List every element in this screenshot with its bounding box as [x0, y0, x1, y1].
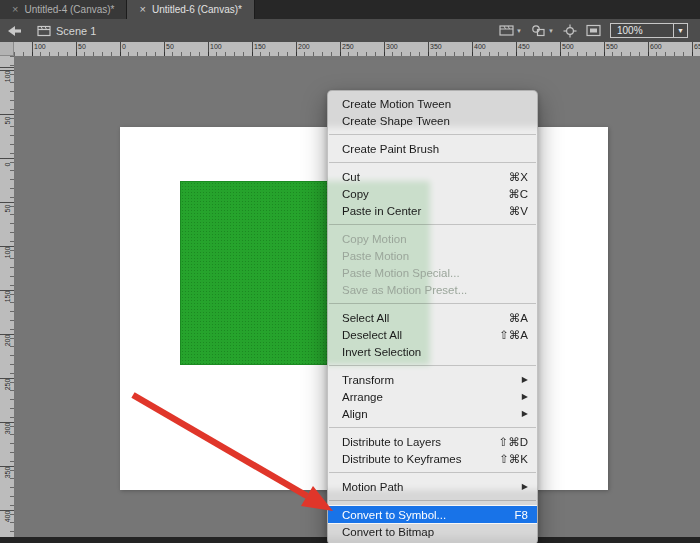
menu-item-paste-in-center[interactable]: Paste in Center⌘V [328, 202, 537, 219]
menu-item-create-motion-tween[interactable]: Create Motion Tween [328, 95, 537, 112]
ruler-label: 150 [4, 283, 11, 311]
menu-separator [329, 500, 536, 501]
menu-item-transform[interactable]: Transform▶ [328, 371, 537, 388]
ruler-label: 100 [34, 43, 46, 50]
menu-item-convert-to-symbol[interactable]: Convert to Symbol...F8 [328, 506, 537, 523]
tab-bar: ×Untitled-4 (Canvas)*×Untitled-6 (Canvas… [0, 0, 700, 19]
edit-symbols-icon [531, 24, 546, 37]
menu-item-label: Create Motion Tween [342, 98, 528, 110]
menu-item-label: Paste Motion Special... [342, 267, 528, 279]
menu-item-label: Invert Selection [342, 346, 528, 358]
zoom-value: 100% [611, 25, 673, 36]
back-button[interactable] [6, 25, 23, 37]
tab-label: Untitled-6 (Canvas)* [152, 4, 242, 15]
ruler-label: 250 [4, 371, 11, 399]
tab-untitled-4-canvas[interactable]: ×Untitled-4 (Canvas)* [0, 0, 127, 19]
menu-item-convert-to-bitmap[interactable]: Convert to Bitmap [328, 523, 537, 540]
clip-content-button[interactable] [586, 24, 601, 37]
menu-item-cut[interactable]: Cut⌘X [328, 168, 537, 185]
edit-bar: Scene 1 ▼ ▼ [0, 19, 700, 42]
back-icon [6, 25, 23, 37]
menu-item-label: Motion Path [342, 481, 506, 493]
menu-item-save-as-motion-preset: Save as Motion Preset... [328, 281, 537, 298]
submenu-arrow-icon: ▶ [522, 375, 528, 384]
menu-item-paste-motion-special: Paste Motion Special... [328, 264, 537, 281]
submenu-arrow-icon: ▶ [522, 409, 528, 418]
tab-label: Untitled-4 (Canvas)* [24, 4, 114, 15]
ruler-label: 150 [254, 43, 266, 50]
tab-close-icon[interactable]: × [12, 4, 18, 15]
menu-item-select-all[interactable]: Select All⌘A [328, 309, 537, 326]
vertical-ruler[interactable]: 10050050100150200250300350400 [0, 56, 14, 543]
menu-item-align[interactable]: Align▶ [328, 405, 537, 422]
menu-separator [329, 134, 536, 135]
ruler-corner [0, 42, 14, 56]
edit-scene-button[interactable]: ▼ [499, 24, 522, 37]
ruler-label: 400 [4, 503, 11, 531]
menu-item-invert-selection[interactable]: Invert Selection [328, 343, 537, 360]
center-stage-button[interactable] [563, 24, 577, 38]
menu-separator [329, 224, 536, 225]
ruler-label: 100 [4, 63, 11, 91]
tab-untitled-6-canvas[interactable]: ×Untitled-6 (Canvas)* [127, 0, 254, 19]
menu-item-copy[interactable]: Copy⌘C [328, 185, 537, 202]
menu-item-label: Paste in Center [342, 205, 493, 217]
ruler-label: 100 [4, 239, 11, 267]
menu-item-shortcut: ⌘C [508, 187, 528, 201]
menu-item-copy-motion: Copy Motion [328, 230, 537, 247]
menu-item-distribute-to-keyframes[interactable]: Distribute to Keyframes⇧⌘K [328, 450, 537, 467]
ruler-label: 350 [430, 43, 442, 50]
horizontal-ruler[interactable]: 1005005010015020025030035040045050055060… [14, 42, 700, 56]
menu-item-shortcut: ⇧⌘A [499, 328, 528, 342]
menu-item-label: Copy [342, 188, 492, 200]
menu-item-label: Deselect All [342, 329, 483, 341]
menu-item-distribute-to-layers[interactable]: Distribute to Layers⇧⌘D [328, 433, 537, 450]
menu-separator [329, 162, 536, 163]
menu-item-shortcut: ⌘A [509, 311, 528, 325]
menu-item-deselect-all[interactable]: Deselect All⇧⌘A [328, 326, 537, 343]
menu-item-shortcut: ⌘V [509, 204, 528, 218]
ruler-label: 450 [518, 43, 530, 50]
menu-item-label: Copy Motion [342, 233, 528, 245]
ruler-label: 200 [4, 327, 11, 355]
edit-scene-icon [499, 24, 514, 37]
edit-symbols-button[interactable]: ▼ [531, 24, 554, 37]
clip-content-icon [586, 24, 601, 37]
ruler-label: 0 [4, 151, 11, 179]
menu-item-label: Cut [342, 171, 493, 183]
tab-close-icon[interactable]: × [139, 4, 145, 15]
scene-icon [37, 25, 51, 37]
dropdown-caret-icon: ▼ [548, 28, 554, 34]
ruler-label: 400 [474, 43, 486, 50]
menu-separator [329, 303, 536, 304]
ruler-label: 600 [650, 43, 662, 50]
submenu-arrow-icon: ▶ [522, 392, 528, 401]
menu-item-label: Transform [342, 374, 506, 386]
context-menu: Create Motion TweenCreate Shape TweenCre… [327, 90, 538, 543]
ruler-label: 50 [166, 43, 174, 50]
menu-item-create-paint-brush[interactable]: Create Paint Brush [328, 140, 537, 157]
submenu-arrow-icon: ▶ [522, 482, 528, 491]
ruler-label: 650 [694, 43, 700, 50]
menu-item-shortcut: ⇧⌘K [499, 452, 528, 466]
zoom-dropdown[interactable]: 100% ▼ [610, 23, 688, 38]
breadcrumb-scene[interactable]: Scene 1 [37, 25, 96, 37]
center-stage-icon [563, 24, 577, 38]
ruler-label: 350 [4, 459, 11, 487]
menu-item-label: Arrange [342, 391, 506, 403]
menu-item-arrange[interactable]: Arrange▶ [328, 388, 537, 405]
ruler-label: 250 [342, 43, 354, 50]
ruler-label: 550 [606, 43, 618, 50]
menu-item-label: Create Shape Tween [342, 115, 528, 127]
ruler-label: 500 [562, 43, 574, 50]
menu-item-motion-path[interactable]: Motion Path▶ [328, 478, 537, 495]
menu-item-create-shape-tween[interactable]: Create Shape Tween [328, 112, 537, 129]
menu-item-label: Convert to Symbol... [342, 509, 499, 521]
menu-separator [329, 472, 536, 473]
ruler-label: 50 [4, 107, 11, 135]
menu-item-label: Convert to Bitmap [342, 526, 528, 538]
menu-item-label: Distribute to Keyframes [342, 453, 483, 465]
menu-item-label: Select All [342, 312, 493, 324]
menu-item-paste-motion: Paste Motion [328, 247, 537, 264]
menu-item-label: Create Paint Brush [342, 143, 528, 155]
